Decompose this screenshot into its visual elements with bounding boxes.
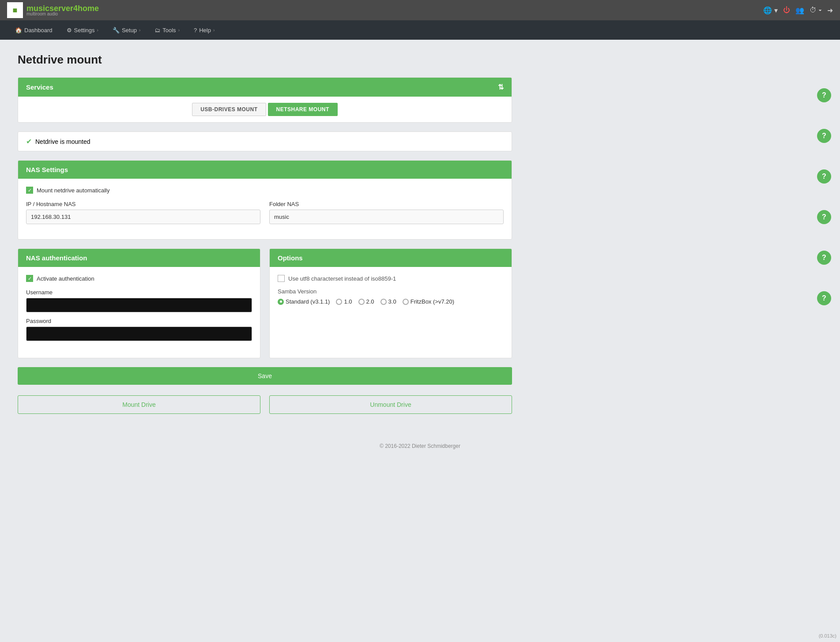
radio-3-0-label: 3.0	[388, 298, 396, 305]
help-btn-4[interactable]: ?	[817, 210, 831, 224]
help-btn-1[interactable]: ?	[817, 88, 831, 102]
radio-1-0[interactable]: 1.0	[336, 298, 352, 305]
help-nav-icon: ?	[194, 27, 197, 34]
top-icons-area: 🌐 ▾ ⏻ 👥 ⏱ ▾ ➜	[763, 6, 833, 15]
nav-setup-label: Setup	[122, 27, 137, 34]
version-note: (0.013c)	[819, 633, 836, 638]
mount-buttons-row: Mount Drive Unmount Drive	[18, 395, 512, 414]
settings-arrow: ›	[97, 28, 98, 33]
radio-fritzbox-circle	[403, 299, 409, 305]
nas-auth-card: NAS authentication ✓ Activate authentica…	[18, 248, 260, 358]
radio-standard-label: Standard (v3.1.1)	[286, 298, 330, 305]
username-label: Username	[26, 289, 252, 296]
samba-label: Samba Version	[278, 288, 504, 295]
nas-fields-row: IP / Hostname NAS Folder NAS	[26, 201, 504, 224]
services-tabs: USB-DRIVES MOUNT NETSHARE MOUNT	[18, 97, 512, 122]
help-btn-2[interactable]: ?	[817, 129, 831, 143]
folder-input[interactable]	[269, 210, 504, 224]
ip-input[interactable]	[26, 210, 260, 224]
nav-settings[interactable]: ⚙ Settings ›	[60, 23, 105, 37]
nav-help-label: Help	[199, 27, 211, 34]
folder-group: Folder NAS	[269, 201, 504, 224]
username-input[interactable]	[26, 298, 252, 312]
services-card: Services ⇅ USB-DRIVES MOUNT NETSHARE MOU…	[18, 77, 512, 123]
tab-usb-drives[interactable]: USB-DRIVES MOUNT	[192, 103, 266, 116]
nav-setup[interactable]: 🔧 Setup ›	[106, 23, 147, 37]
options-card: Options Use utf8 characterset instead of…	[269, 248, 512, 358]
radio-fritzbox[interactable]: FritzBox (>v7.20)	[403, 298, 454, 305]
mount-drive-button[interactable]: Mount Drive	[18, 395, 260, 414]
radio-2-0[interactable]: 2.0	[358, 298, 374, 305]
utf8-row: Use utf8 characterset instead of iso8859…	[278, 275, 504, 282]
help-btn-5[interactable]: ?	[817, 251, 831, 265]
folder-label: Folder NAS	[269, 201, 504, 207]
radio-1-0-circle	[336, 299, 342, 305]
nas-auth-body: ✓ Activate authentication Username Passw…	[18, 267, 260, 349]
nav-dashboard[interactable]: 🏠 Dashboard	[9, 23, 59, 37]
auto-mount-checkbox[interactable]: ✓	[26, 187, 33, 194]
users-icon[interactable]: 👥	[795, 6, 804, 15]
tab-netshare-mount[interactable]: NETSHARE MOUNT	[268, 103, 338, 116]
services-header-label: Services	[26, 83, 53, 91]
nas-auth-col: NAS authentication ✓ Activate authentica…	[18, 248, 260, 358]
radio-2-0-circle	[358, 299, 365, 305]
radio-2-0-label: 2.0	[366, 298, 374, 305]
nas-settings-header: NAS Settings	[18, 161, 512, 179]
home-icon: 🏠	[15, 27, 22, 34]
help-btn-3[interactable]: ?	[817, 169, 831, 184]
nav-tools-label: Tools	[162, 27, 176, 34]
radio-3-0-circle	[380, 299, 387, 305]
setup-icon: 🔧	[113, 27, 120, 34]
nas-settings-card: NAS Settings ✓ Mount netdrive automatica…	[18, 160, 512, 240]
radio-standard[interactable]: Standard (v3.1.1)	[278, 298, 330, 305]
logo-icon: ■	[7, 2, 23, 18]
services-icon: ⇅	[498, 83, 504, 91]
options-body: Use utf8 characterset instead of iso8859…	[270, 267, 512, 313]
nav-settings-label: Settings	[74, 27, 95, 34]
setup-arrow: ›	[139, 28, 140, 33]
utf8-label: Use utf8 characterset instead of iso8859…	[288, 275, 396, 282]
check-icon: ✔	[26, 137, 32, 146]
radio-1-0-label: 1.0	[344, 298, 352, 305]
ip-hostname-group: IP / Hostname NAS	[26, 201, 260, 224]
password-group: Password	[26, 318, 252, 341]
nas-auth-header: NAS authentication	[18, 249, 260, 267]
unmount-drive-button[interactable]: Unmount Drive	[269, 395, 512, 414]
status-message: Netdrive is mounted	[35, 138, 90, 145]
radio-fritzbox-label: FritzBox (>v7.20)	[411, 298, 454, 305]
clock-icon[interactable]: ⏱ ▾	[810, 6, 822, 14]
samba-radio-group: Standard (v3.1.1) 1.0 2.0 3.0	[278, 298, 504, 305]
password-label: Password	[26, 318, 252, 324]
help-btn-6[interactable]: ?	[817, 291, 831, 305]
auto-mount-label: Mount netdrive automatically	[37, 187, 109, 194]
power-icon[interactable]: ⏻	[783, 6, 790, 14]
settings-icon: ⚙	[67, 27, 72, 34]
top-bar: ■ musicserver4home multiroom audio 🌐 ▾ ⏻…	[0, 0, 840, 20]
tools-icon: 🗂	[154, 27, 160, 34]
radio-3-0[interactable]: 3.0	[380, 298, 396, 305]
page-title: Netdrive mount	[18, 53, 512, 67]
auto-mount-row: ✓ Mount netdrive automatically	[26, 187, 504, 194]
ip-label: IP / Hostname NAS	[26, 201, 260, 207]
activate-auth-row: ✓ Activate authentication	[26, 275, 252, 282]
status-row: ✔ Netdrive is mounted	[18, 131, 512, 151]
utf8-checkbox[interactable]	[278, 275, 285, 282]
footer: © 2016-2022 Dieter Schmidberger	[0, 436, 840, 456]
page-content: Netdrive mount Services ⇅ USB-DRIVES MOU…	[0, 40, 530, 436]
activate-auth-checkbox[interactable]: ✓	[26, 275, 33, 282]
main-nav: 🏠 Dashboard ⚙ Settings › 🔧 Setup › 🗂 Too…	[0, 20, 840, 40]
options-header: Options	[270, 249, 512, 267]
help-arrow: ›	[213, 28, 215, 33]
radio-standard-circle	[278, 299, 284, 305]
username-group: Username	[26, 289, 252, 312]
nav-help[interactable]: ? Help ›	[188, 23, 221, 37]
save-button[interactable]: Save	[18, 367, 512, 385]
tools-arrow: ›	[178, 28, 180, 33]
nav-tools[interactable]: 🗂 Tools ›	[148, 23, 186, 37]
password-input[interactable]	[26, 327, 252, 341]
auth-options-row: NAS authentication ✓ Activate authentica…	[18, 248, 512, 358]
nav-dashboard-label: Dashboard	[24, 27, 53, 34]
language-icon[interactable]: 🌐 ▾	[763, 6, 777, 15]
logo-area: ■ musicserver4home multiroom audio	[7, 2, 99, 18]
logout-icon[interactable]: ➜	[827, 6, 833, 15]
